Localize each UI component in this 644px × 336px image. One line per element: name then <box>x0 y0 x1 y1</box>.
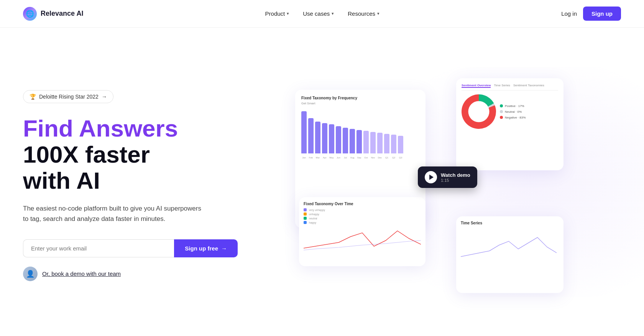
bar-item <box>308 118 314 153</box>
tab-sentiment-taxonomies[interactable]: Sentiment Taxonomies <box>513 84 544 88</box>
sentiment-legend: Positive · 17% Neutral · 0% Negative · 8… <box>500 104 526 119</box>
bar-item <box>322 123 327 153</box>
chevron-down-icon: ▾ <box>377 11 380 16</box>
book-demo-link[interactable]: Or, book a demo with our team <box>42 270 121 277</box>
tab-sentiment-overview[interactable]: Sentiment Overview <box>462 84 491 88</box>
watch-demo-time: 1:15 <box>441 178 470 183</box>
timeline-card: Fixed Taxonomy Over Time very unhappy un… <box>299 197 426 266</box>
bar-chart-labels: Jan Feb Mar Apr May Jun Jul Aug Sep Oct … <box>301 156 419 159</box>
legend-neutral: Neutral · 0% <box>500 110 526 114</box>
nav-resources[interactable]: Resources ▾ <box>348 10 380 17</box>
watch-demo-label: Watch demo <box>441 172 470 178</box>
logo-icon: 🌐 <box>23 7 37 21</box>
bar-item <box>329 124 334 153</box>
chart-title: Fixed Taxonomy by Frequency <box>301 96 419 100</box>
bar-item <box>377 133 383 153</box>
timeline-chart <box>304 225 421 252</box>
logo[interactable]: 🌐 Relevance AI <box>23 7 83 21</box>
hero-right: Fixed Taxonomy by Frequency Get Smart Ja… <box>238 78 621 293</box>
headline-part3: with AI <box>23 168 238 194</box>
hero-section: 🏆 Deloitte Rising Star 2022 → Find Answe… <box>0 28 644 336</box>
chevron-down-icon: ▾ <box>332 11 334 16</box>
headline-part1: Find Answers <box>23 115 238 142</box>
book-demo: 👤 Or, book a demo with our team <box>23 267 238 281</box>
award-badge[interactable]: 🏆 Deloitte Rising Star 2022 → <box>23 90 113 103</box>
bar-item <box>363 131 369 153</box>
legend-negative: Negative · 83% <box>500 116 526 119</box>
bar-item <box>398 136 403 153</box>
bar-item <box>315 122 320 153</box>
donut-hole <box>468 101 490 122</box>
logo-text: Relevance AI <box>41 10 83 18</box>
nav-usecases[interactable]: Use cases ▾ <box>303 10 334 17</box>
badge-arrow: → <box>102 94 107 100</box>
negative-dot <box>500 116 503 119</box>
bar-chart <box>301 109 419 155</box>
hero-headline: Find Answers 100X faster with AI <box>23 115 238 194</box>
dashboard-illustration: Fixed Taxonomy by Frequency Get Smart Ja… <box>295 78 564 293</box>
bar-item <box>301 111 307 153</box>
sentiment-body: Positive · 17% Neutral · 0% Negative · 8… <box>462 94 558 129</box>
email-form: Sign up free → <box>23 239 238 257</box>
nav-product[interactable]: Product ▾ <box>265 10 289 17</box>
bar-item <box>343 128 348 153</box>
play-triangle <box>429 175 434 180</box>
timeseries-title: Time Series <box>461 221 559 225</box>
arrow-icon: → <box>221 245 227 252</box>
badge-emoji: 🏆 <box>30 94 36 100</box>
bar-item <box>336 126 341 153</box>
nav-links: Product ▾ Use cases ▾ Resources ▾ <box>265 10 380 17</box>
positive-dot <box>500 104 503 107</box>
bar-item <box>370 132 376 153</box>
avatar: 👤 <box>23 267 38 281</box>
neutral-dot <box>500 110 503 113</box>
watch-demo-button[interactable]: Watch demo 1:15 <box>418 166 477 188</box>
login-button[interactable]: Log in <box>561 10 577 17</box>
chevron-down-icon: ▾ <box>287 11 289 16</box>
donut-chart <box>462 94 496 129</box>
hero-subtext: The easiest no-code platform built to gi… <box>23 203 207 224</box>
legend-positive: Positive · 17% <box>500 104 526 108</box>
timeseries-card: Time Series <box>456 216 564 293</box>
navbar: 🌐 Relevance AI Product ▾ Use cases ▾ Res… <box>0 0 644 28</box>
timeseries-chart <box>461 230 557 260</box>
bar-item <box>356 130 362 153</box>
play-icon <box>425 171 437 183</box>
bar-item <box>350 129 355 153</box>
bar-item <box>391 135 396 153</box>
email-input[interactable] <box>23 239 174 257</box>
chart-subtitle: Get Smart <box>301 102 419 105</box>
badge-text: Deloitte Rising Star 2022 <box>39 94 99 100</box>
signup-free-button[interactable]: Sign up free → <box>174 239 238 257</box>
signup-button[interactable]: Sign up <box>583 7 621 21</box>
watch-demo-text: Watch demo 1:15 <box>441 172 470 183</box>
sentiment-tabs: Sentiment Overview Time Series Sentiment… <box>462 84 558 91</box>
headline-part2: 100X faster <box>23 142 238 168</box>
tab-time-series[interactable]: Time Series <box>494 84 510 88</box>
timeline-title: Fixed Taxonomy Over Time <box>304 202 421 206</box>
sentiment-card: Sentiment Overview Time Series Sentiment… <box>456 78 564 170</box>
bar-item <box>384 134 389 153</box>
nav-actions: Log in Sign up <box>561 7 621 21</box>
hero-left: 🏆 Deloitte Rising Star 2022 → Find Answe… <box>23 90 238 281</box>
